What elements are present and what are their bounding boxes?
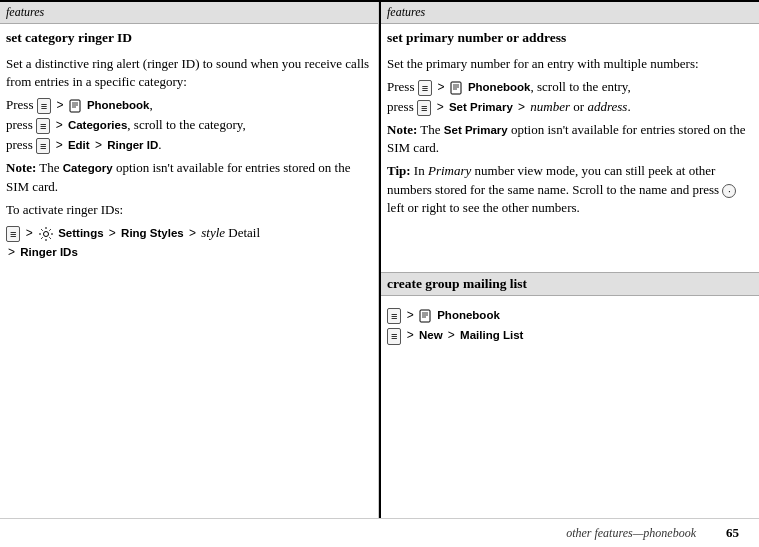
s2-mailinglist-label: Mailing List [460, 329, 523, 341]
right-section-body: Set the primary number for an entry with… [381, 50, 759, 267]
categories-label: Categories [68, 119, 127, 131]
left-section-title: set category ringer ID [0, 24, 378, 50]
footer-text: other features—phonebook [566, 526, 696, 541]
detail-label: Detail [228, 225, 260, 240]
left-step3: press ≡ > Edit > Ringer ID. [6, 136, 372, 154]
nav-key: · [722, 184, 736, 198]
left-step1: Press ≡ > Phonebook, [6, 96, 372, 114]
menu-key-2: ≡ [36, 118, 50, 134]
right-step1: Press ≡ > Phonebook, scroll to the entry… [387, 78, 753, 96]
svg-rect-0 [70, 100, 80, 112]
right-column: features set primary number or address S… [381, 2, 759, 518]
right-menu-key-2: ≡ [417, 100, 431, 116]
right-setprimary-label: Set Primary [444, 124, 508, 136]
primary-mode-label: Primary [428, 163, 471, 178]
left-header-label: features [6, 5, 44, 19]
address-label: address [587, 99, 627, 114]
s2-new-label: New [419, 329, 443, 341]
edit-label: Edit [68, 139, 90, 151]
category-label: Category [63, 162, 113, 174]
phonebook-icon-1 [69, 99, 83, 113]
footer: other features—phonebook 65 [0, 518, 759, 547]
right-phonebook-label: Phonebook [468, 81, 531, 93]
right-tip: Tip: In Primary number view mode, you ca… [387, 162, 753, 217]
right-s2-step1: ≡ > Phonebook [387, 306, 753, 324]
ringerid-label: Ringer ID [107, 139, 158, 151]
left-intro: Set a distinctive ring alert (ringer ID)… [6, 55, 372, 91]
settings-icon [38, 226, 54, 242]
menu-key-4: ≡ [6, 226, 20, 242]
left-section-body: Set a distinctive ring alert (ringer ID)… [0, 50, 378, 518]
right-intro: Set the primary number for an entry with… [387, 55, 753, 73]
phonebook-label-1: Phonebook [87, 99, 150, 111]
menu-key-3: ≡ [36, 138, 50, 154]
left-header: features [0, 2, 378, 24]
left-step2: press ≡ > Categories, scroll to the cate… [6, 116, 372, 134]
right-section2-body: ≡ > Phonebook ≡ > New > Mailing List [381, 296, 759, 518]
right-section-title: set primary number or address [381, 24, 759, 50]
right-header: features [381, 2, 759, 24]
right-note: Note: The Set Primary option isn't avail… [387, 121, 753, 157]
svg-point-4 [43, 232, 48, 237]
phonebook-icon-3 [419, 309, 433, 323]
settings-label: Settings [58, 227, 103, 239]
style-label: style [201, 225, 225, 240]
number-label: number [530, 99, 570, 114]
left-activate-ringer: > Ringer IDs [6, 243, 372, 261]
setprimary-label: Set Primary [449, 101, 513, 113]
svg-rect-9 [420, 310, 430, 322]
ringerids-label: Ringer IDs [20, 246, 78, 258]
right-s2-menu-key-1: ≡ [387, 308, 401, 324]
left-column: features set category ringer ID Set a di… [0, 2, 379, 518]
right-s2-menu-key-2: ≡ [387, 328, 401, 344]
footer-page: 65 [726, 525, 739, 541]
right-s2-step2: ≡ > New > Mailing List [387, 326, 753, 344]
s2-phonebook-label: Phonebook [437, 309, 500, 321]
left-activate-steps: ≡ > Settings > Ring Styles > style Detai… [6, 224, 372, 242]
left-activate-label: To activate ringer IDs: [6, 201, 372, 219]
phonebook-icon-2 [450, 81, 464, 95]
right-section2-title: create group mailing list [381, 272, 759, 296]
right-menu-key-1: ≡ [418, 80, 432, 96]
menu-key-1: ≡ [37, 98, 51, 114]
left-note: Note: The Category option isn't availabl… [6, 159, 372, 195]
svg-rect-5 [451, 82, 461, 94]
right-header-label: features [387, 5, 425, 19]
right-step2: press ≡ > Set Primary > number or addres… [387, 98, 753, 116]
ringstyles-label: Ring Styles [121, 227, 184, 239]
